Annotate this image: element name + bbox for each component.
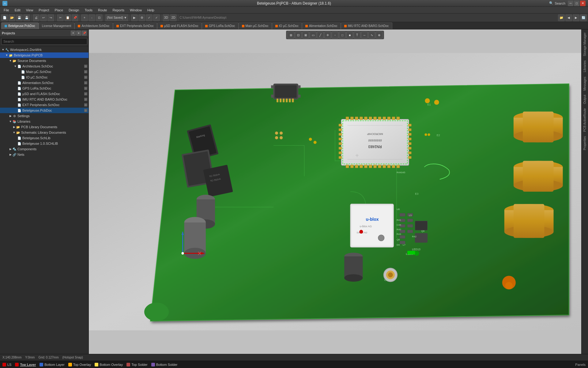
menu-design[interactable]: Design bbox=[66, 8, 81, 13]
layer-bottom-overlay[interactable]: Bottom Overlay bbox=[95, 363, 123, 366]
tab-main[interactable]: Main µC.SchDoc bbox=[239, 22, 272, 29]
tb-copy[interactable]: 📋 bbox=[64, 14, 71, 21]
maximize-button[interactable]: □ bbox=[574, 1, 579, 6]
tab-license[interactable]: License Management bbox=[39, 22, 75, 29]
search-input[interactable] bbox=[1, 38, 87, 45]
tb-paste[interactable]: 📌 bbox=[72, 14, 78, 21]
tree-usd[interactable]: 📄 µSD and FLASH.SchDoc D bbox=[0, 91, 89, 97]
side-tab-storage[interactable]: Storage Manager bbox=[582, 31, 587, 58]
tree-nets[interactable]: ▶ 🔗 Nets bbox=[0, 152, 89, 157]
tree-source-docs[interactable]: ▼ 📂 Source Documents bbox=[0, 58, 89, 63]
layer-bottom[interactable]: Bottom Layer bbox=[40, 363, 64, 366]
tree-settings[interactable]: ▶ ⚙ Settings bbox=[0, 113, 89, 119]
tb-refresh[interactable]: 🔄 bbox=[580, 14, 587, 21]
menu-window[interactable]: Window bbox=[127, 8, 144, 13]
tb-run[interactable]: ▶ bbox=[131, 14, 138, 21]
tb-zoom-in[interactable]: + bbox=[81, 14, 88, 21]
menu-view[interactable]: View bbox=[24, 8, 36, 13]
tb-check[interactable]: ✓ bbox=[153, 14, 160, 21]
pcb-tool-select1[interactable]: ⊡ bbox=[295, 32, 302, 38]
layer-top-overlay[interactable]: Top Overlay bbox=[68, 363, 91, 366]
menu-route[interactable]: Route bbox=[96, 8, 109, 13]
tb-nav-left[interactable]: ◀ bbox=[565, 14, 572, 21]
menu-edit[interactable]: Edit bbox=[12, 8, 23, 13]
menu-reports[interactable]: Reports bbox=[110, 8, 127, 13]
side-tab-libraries[interactable]: Libraries bbox=[582, 59, 587, 74]
tree-pcbdoc[interactable]: 📄 Betelgeuse.PcbDoc D bbox=[0, 108, 89, 113]
pcb-tool-line[interactable]: ╱ bbox=[317, 32, 324, 38]
panel-btn-pin[interactable]: 📌 bbox=[82, 31, 87, 36]
tree-libraries[interactable]: ▼ 📚 Libraries bbox=[0, 119, 89, 124]
minimize-button[interactable]: ─ bbox=[568, 1, 573, 6]
tree-alim[interactable]: 📄 Alimentation.SchDoc D bbox=[0, 80, 89, 86]
tb-undo[interactable]: ↩ bbox=[40, 14, 47, 21]
tree-pcb-lib[interactable]: ▶ 📂 PCB Library Documents bbox=[0, 124, 89, 130]
tb-open[interactable]: 📂 bbox=[9, 14, 15, 21]
tree-workspace[interactable]: ▼ 🔧 Workspace1.DsnWrk bbox=[0, 47, 89, 52]
tab-pcbdoc[interactable]: Betelgeuse.PcbDoc bbox=[1, 22, 39, 29]
pcb-tool-more2[interactable]: ⊕ bbox=[376, 32, 383, 38]
tab-ext[interactable]: EXT Peripherals.SchDoc bbox=[113, 22, 157, 29]
side-tab-properties[interactable]: Properties bbox=[582, 134, 587, 152]
pcb-tool-filter[interactable]: ⊞ bbox=[288, 32, 294, 38]
pcb-tool-text[interactable]: T bbox=[354, 32, 360, 38]
tab-arch[interactable]: Architecture.SchDoc bbox=[74, 22, 113, 29]
tree-project[interactable]: ▼ 📁 Betelgeuse.PrjPCB bbox=[0, 52, 89, 58]
tb-fit[interactable]: ⊡ bbox=[96, 14, 103, 21]
tb-save-all[interactable]: 💾 bbox=[23, 14, 30, 21]
panel-btn-close[interactable]: × bbox=[76, 31, 81, 36]
layer-bottom-solder[interactable]: Bottom Solder bbox=[151, 363, 178, 366]
tb-cut[interactable]: ✂ bbox=[57, 14, 64, 21]
menu-help[interactable]: Help bbox=[145, 8, 157, 13]
menu-project[interactable]: Project bbox=[36, 8, 51, 13]
tb-2d[interactable]: 2D bbox=[170, 14, 177, 21]
tree-sch-lib[interactable]: ▼ 📂 Schematic Library Documents bbox=[0, 130, 89, 135]
side-tab-messages[interactable]: Messages bbox=[582, 75, 587, 93]
tb-print[interactable]: 🖨 bbox=[33, 14, 40, 21]
panel-btn-new[interactable]: + bbox=[71, 31, 76, 36]
tree-gps[interactable]: 📄 GPS LoRa.SchDoc D bbox=[0, 86, 89, 91]
tab-io[interactable]: IO µC.SchDoc bbox=[272, 22, 302, 29]
pcb-tool-box1[interactable]: □ bbox=[339, 32, 346, 38]
tb-compile[interactable]: ⚙ bbox=[138, 14, 145, 21]
tree-arch[interactable]: ▼ 📄 Architecture.SchDoc D bbox=[0, 63, 89, 69]
menu-tools[interactable]: Tools bbox=[82, 8, 95, 13]
layer-top-solder[interactable]: Top Solder bbox=[126, 363, 148, 366]
pcb-view[interactable]: ⊞ ⊡ ⊠ ▭ ╱ ✛ ◦ □ ■ T ↔ ∿ ⊕ bbox=[89, 29, 581, 354]
layer-ls[interactable]: LS bbox=[2, 363, 11, 366]
tb-validate[interactable]: ✓ bbox=[146, 14, 153, 21]
tree-imu[interactable]: 📄 IMU RTC AND BARO.SchDoc D bbox=[0, 97, 89, 102]
tab-imu[interactable]: IMU RTC AND BARO.SchDoc bbox=[341, 22, 392, 29]
pcb-tool-pan[interactable]: ↔ bbox=[361, 32, 368, 38]
pcb-tool-more1[interactable]: ∿ bbox=[368, 32, 375, 38]
tb-nav-right[interactable]: ▶ bbox=[573, 14, 579, 21]
tb-save[interactable]: 💾 bbox=[16, 14, 23, 21]
tree-sch-lib-file2[interactable]: 📄 Betelgeuse 1.0.SCHLIB bbox=[0, 141, 89, 146]
side-tab-activeroute[interactable]: PCB ActiveRoute bbox=[582, 106, 587, 134]
tb-3d[interactable]: 3D bbox=[163, 14, 169, 21]
panels-label[interactable]: Panels bbox=[575, 363, 586, 366]
pcb-tool-rect[interactable]: ▭ bbox=[310, 32, 316, 38]
tab-alim[interactable]: Alimentation.SchDoc bbox=[302, 22, 341, 29]
tab-usd[interactable]: µSD and FLASH.SchDoc bbox=[157, 22, 202, 29]
pcb-tool-point[interactable]: ◦ bbox=[332, 32, 338, 38]
menu-file[interactable]: File bbox=[1, 8, 12, 13]
not-saved-dropdown[interactable]: (Not Saved) ▼ bbox=[105, 14, 128, 21]
tree-components[interactable]: ▶ 🔩 Components bbox=[0, 146, 89, 152]
tree-sch-lib-file1[interactable]: 📄 Betelgeuse.SchLib bbox=[0, 135, 89, 141]
tb-new[interactable]: 📄 bbox=[1, 14, 8, 21]
tb-redo[interactable]: ↪ bbox=[47, 14, 54, 21]
tree-main-uc[interactable]: ▶ 📄 Main µC.SchDoc D bbox=[0, 69, 89, 75]
side-tab-output[interactable]: Output bbox=[582, 93, 587, 106]
pcb-tool-box2[interactable]: ■ bbox=[346, 32, 353, 38]
pcb-tool-select2[interactable]: ⊠ bbox=[302, 32, 309, 38]
layer-top[interactable]: Top Layer bbox=[15, 363, 36, 366]
menu-place[interactable]: Place bbox=[52, 8, 66, 13]
tree-ext[interactable]: 📄 EXT Peripherals.SchDoc D bbox=[0, 102, 89, 108]
tab-gps[interactable]: GPS LoRa.SchDoc bbox=[202, 22, 239, 29]
close-button[interactable]: ✕ bbox=[580, 1, 586, 6]
pcb-tool-cross[interactable]: ✛ bbox=[324, 32, 331, 38]
tree-io-uc[interactable]: ▶ 📄 IO µC.SchDoc D bbox=[0, 75, 89, 80]
tb-browse[interactable]: 📁 bbox=[558, 14, 565, 21]
tb-zoom-out[interactable]: - bbox=[89, 14, 95, 21]
